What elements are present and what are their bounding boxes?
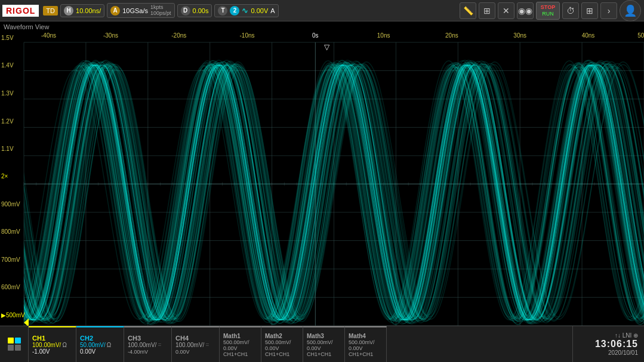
ch1-scale: 100.00mV/ [32,342,61,348]
ch3-name: CH3 [128,335,141,342]
volt-600mv: 600mV [1,284,20,290]
time-40ns: 40ns [582,32,595,39]
logo-text: RIGOL [6,6,35,16]
ch2-marker: 2× [1,173,8,180]
signal-icons: ↑↓ LNI ⊕ [615,332,638,339]
time-50ns: 50ns [637,32,644,39]
math4-panel[interactable]: Math4 500.00mV/ 0.00V CH1+CH1 [345,326,387,362]
volt-1.2v: 1.2V [1,118,14,125]
trigger-unit: A [270,7,275,14]
time--40ns: -40ns [41,32,56,39]
ch4-panel[interactable]: CH4 100.00mV/ = 0.00V [172,326,220,362]
volt-700mv: 700mV [1,256,20,263]
math4-offset: 0.00V [349,345,383,351]
channel-nav-grid [8,338,21,351]
time--30ns: -30ns [103,32,118,39]
math2-offset: 0.00V [265,345,299,351]
math4-name: Math4 [349,333,383,339]
clock-panel: ↑↓ LNI ⊕ 13:06:15 2020/10/01 [572,326,644,362]
ch1-offset: -1.00V [32,348,50,355]
volt-500mv-marker: ▶500mV [1,312,25,318]
measure-icon-btn[interactable]: 📏 [460,2,476,19]
math3-offset: 0.00V [307,345,341,351]
math4-scale: 500.00mV/ [349,339,383,345]
layout-icon-btn[interactable]: ⊞ [581,2,598,19]
sample-rate: 10GSa/s [122,7,148,14]
d-button[interactable]: D [181,6,190,16]
decode-icon-btn[interactable]: ⊞ [479,2,495,19]
a-button[interactable]: A [110,6,120,16]
volt-labels: 1.5V 1.4V 1.3V 1.2V 1.1V 2× 900mV 800mV … [0,21,24,326]
time-20ns: 20ns [445,32,458,39]
math3-formula: CH1+CH1 [307,351,341,357]
ch4-offset: 0.00V [175,349,190,355]
ch1-omega: Ω [62,342,66,348]
history-icon-btn[interactable]: ⏱ [562,2,579,19]
volt-1.5v: 1.5V [1,35,14,41]
toolbar: RIGOL TD H 10.00ns/ A 10GSa/s 1kpts 100p… [0,0,644,21]
status-bar: CH1 100.00mV/ Ω -1.00V CH2 50.00mV/ Ω 0.… [0,326,644,362]
delay-group[interactable]: D 0.00s [177,4,212,17]
volt-1.4v: 1.4V [1,62,14,69]
ch2-name: CH2 [80,335,93,342]
ch3-scale: 100.00mV/ [128,342,156,348]
profile-icon-btn[interactable]: 👤 [620,0,641,21]
math2-scale: 500.00mV/ [265,339,299,345]
rigol-logo: RIGOL [2,5,39,17]
math2-formula: CH1+CH1 [265,351,299,357]
horizontal-group[interactable]: H 10.00ns/ [60,4,104,17]
more-icon-btn[interactable]: › [600,2,617,19]
h-button[interactable]: H [64,6,73,16]
ch4-scale: 100.00mV/ [175,342,204,348]
acquire-group[interactable]: A 10GSa/s 1kpts 100ps/pt [107,3,174,18]
math3-name: Math3 [307,333,341,339]
mode-badge[interactable]: TD [43,6,58,16]
ch2-offset: 0.00V [80,348,95,355]
ch2-panel[interactable]: CH2 50.00mV/ Ω 0.00V [76,326,124,362]
trigger-voltage: 0.00V [251,7,268,14]
volt-1.1v: 1.1V [1,146,14,152]
trigger-waveform-icon: ∿ [242,6,248,15]
math-icon-btn[interactable]: ✕ [498,2,514,19]
trigger-group[interactable]: T 2 ∿ 0.00V A [214,4,278,17]
time-10ns: 10ns [377,32,390,39]
time-30ns: 30ns [513,32,526,39]
ch4-equals: = [205,342,209,348]
ch1-name: CH1 [32,335,45,342]
volt-800mv: 800mV [1,228,20,235]
ch2-scale: 50.00mV/ [80,342,106,348]
h-value: 10.00ns/ [76,7,101,14]
time--10ns: -10ns [240,32,255,39]
math4-formula: CH1+CH1 [349,351,383,357]
stop-run-button[interactable]: STOP RUN [536,2,560,20]
ch3-equals: = [158,342,161,348]
time-0s: 0s [312,32,319,39]
waveform-area: Waveform View 1.5V 1.4V 1.3V 1.2V 1.1V 2… [0,21,644,326]
nav-icons-panel[interactable] [0,326,29,362]
math1-scale: 500.00mV/ [223,339,257,345]
math3-panel[interactable]: Math3 500.00mV/ 0.00V CH1+CH1 [303,326,345,362]
waveform-svg [24,42,644,326]
math1-formula: CH1+CH1 [223,351,257,357]
kpts-psp: 1kpts 100ps/pt [150,5,171,17]
run-label: RUN [542,11,554,17]
ch1-panel[interactable]: CH1 100.00mV/ Ω -1.00V [29,326,76,362]
ch3-offset: -4.00mV [128,349,148,355]
math2-name: Math2 [265,333,299,339]
trigger-ch[interactable]: 2 [230,6,239,16]
ch2-omega: Ω [107,342,111,348]
volt-1.3v: 1.3V [1,90,14,97]
trigger-marker: ▽ [324,43,329,51]
clock-date: 2020/10/01 [608,349,638,356]
math1-name: Math1 [223,333,257,339]
math2-panel[interactable]: Math2 500.00mV/ 0.00V CH1+CH1 [261,326,303,362]
math1-offset: 0.00V [223,345,257,351]
clock-time: 13:06:15 [595,339,638,349]
math3-scale: 500.00mV/ [307,339,341,345]
stop-label: STOP [541,4,555,11]
ch3-panel[interactable]: CH3 100.00mV/ = -4.00mV [124,326,172,362]
time-labels: -40ns -30ns -20ns -10ns 0s 10ns 20ns 30n… [24,32,644,42]
ref-icon-btn[interactable]: ◉◉ [517,2,534,19]
math1-panel[interactable]: Math1 500.00mV/ 0.00V CH1+CH1 [220,326,261,362]
t-button[interactable]: T [218,6,227,16]
